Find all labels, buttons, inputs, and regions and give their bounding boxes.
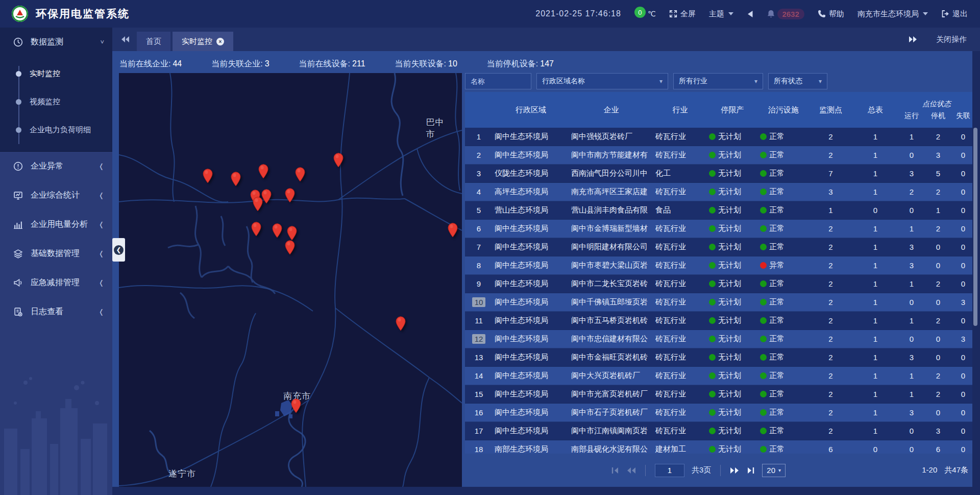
cell-region: 阆中生态环境局 <box>493 220 569 238</box>
next-page-button[interactable] <box>730 467 740 474</box>
double-chevron-left-icon <box>120 36 130 43</box>
current-page-input[interactable]: 1 <box>655 464 684 477</box>
region-filter-select[interactable]: 行政区域名称 ▾ <box>536 73 668 89</box>
close-operations-button[interactable]: 关闭操作 <box>936 35 967 44</box>
cell-company: 南部县砚化水泥有限公 <box>569 440 653 454</box>
chevron-down-icon <box>923 12 928 15</box>
stat-value: 211 <box>352 59 365 68</box>
table-row-10[interactable]: 10阆中生态环境局阆中千佛镇五郎垭页岩砖瓦行业无计划正常21003 <box>465 293 972 312</box>
cell-region: 阆中生态环境局 <box>493 293 569 311</box>
table-row-16[interactable]: 16阆中生态环境局阆中市石子页岩机砖厂砖瓦行业无计划正常21300 <box>465 404 972 422</box>
next-page-icon <box>730 467 740 474</box>
map-pin-1[interactable] <box>230 171 242 186</box>
cell-total-meter: 1 <box>852 220 898 238</box>
name-filter-input[interactable] <box>465 73 531 89</box>
table-row-3[interactable]: 3仪陇生态环境局西南油气田分公司川中化工无计划正常71350 <box>465 164 972 183</box>
close-icon[interactable]: × <box>216 38 224 45</box>
map-pin-15[interactable] <box>290 398 302 413</box>
table-row-9[interactable]: 9阆中生态环境局阆中市二龙长宝页岩砖砖瓦行业无计划正常21120 <box>465 275 972 293</box>
map-pin-0[interactable] <box>202 168 214 183</box>
table-row-11[interactable]: 11阆中生态环境局阆中市五马桥页岩机砖砖瓦行业无计划正常21120 <box>465 312 972 330</box>
monitoring-map[interactable]: 巴中市南充市遂宁市 <box>119 73 462 487</box>
first-page-icon <box>611 467 619 474</box>
fullscreen-button[interactable]: 全屏 <box>669 9 696 19</box>
sidebar-item-5[interactable]: 应急减排管理❬ <box>0 268 112 297</box>
cell-production-status: 无计划 <box>707 367 758 385</box>
cell-production-status: 无计划 <box>707 183 758 201</box>
column-header-company: 企业 <box>569 92 653 128</box>
org-dropdown[interactable]: 南充市生态环境局 <box>857 9 928 19</box>
tab-1[interactable]: 实时监控× <box>173 32 233 51</box>
sidebar-item-3[interactable]: 企业用电量分析❬ <box>0 210 112 239</box>
table-row-18[interactable]: 18南部生态环境局南部县砚化水泥有限公建材加工无计划正常60060 <box>465 440 972 454</box>
cell-region: 阆中生态环境局 <box>493 422 569 440</box>
sidebar-item-4[interactable]: 基础数据管理❬ <box>0 239 112 268</box>
cell-region: 阆中生态环境局 <box>493 312 569 329</box>
tab-0[interactable]: 首页 <box>137 32 170 51</box>
sidebar-item-1[interactable]: 企业异常❬ <box>0 152 112 181</box>
table-row-5[interactable]: 5营山生态环境局营山县润丰肉食品有限食品无计划正常10010 <box>465 201 972 220</box>
table-row-7[interactable]: 7阆中生态环境局阆中明阳建材有限公司砖瓦行业无计划正常21300 <box>465 238 972 256</box>
first-page-button[interactable] <box>611 467 619 474</box>
map-pin-13[interactable] <box>447 222 459 238</box>
cell-production-status: 无计划 <box>707 404 758 421</box>
sidebar-item-0[interactable]: 数据监测˅ <box>0 28 112 57</box>
scrollbar-thumb[interactable] <box>973 128 977 326</box>
map-pin-7[interactable] <box>284 187 296 203</box>
sidebar-item-6[interactable]: 日志查看❬ <box>0 297 112 326</box>
submenu-item-0[interactable]: 实时监控 <box>0 60 112 88</box>
logout-button[interactable]: 退出 <box>941 9 968 19</box>
cell-monitor-count: 2 <box>809 422 852 440</box>
table-row-2[interactable]: 2阆中生态环境局阆中市南方节能建材有砖瓦行业无计划正常21030 <box>465 146 972 164</box>
last-page-button[interactable] <box>747 467 755 474</box>
industry-filter-select[interactable]: 所有行业 ▾ <box>673 73 763 89</box>
content-area: 当前在线企业:44当前失联企业:3当前在线设备:211当前失联设备:10当前停机… <box>112 51 972 487</box>
column-header-monitor: 监测点 <box>809 92 852 128</box>
sidebar: 数据监测˅实时监控视频监控企业电力负荷明细企业异常❬企业综合统计❬企业用电量分析… <box>0 28 112 495</box>
table-row-12[interactable]: 12阆中生态环境局阆中市忠信建材有限公砖瓦行业无计划正常21003 <box>465 330 972 348</box>
table-row-17[interactable]: 17阆中生态环境局阆中市江南镇阆南页岩砖瓦行业无计划正常21030 <box>465 422 972 440</box>
table-row-15[interactable]: 15阆中生态环境局阆中市光富页岩机砖厂砖瓦行业无计划正常21120 <box>465 385 972 404</box>
status-dot-green <box>760 446 767 453</box>
mute-speaker-button[interactable] <box>747 10 753 18</box>
page-size-select[interactable]: 20 ▾ <box>762 464 786 477</box>
table-row-1[interactable]: 1阆中生态环境局阆中强锐页岩砖厂砖瓦行业无计划正常21120 <box>465 128 972 146</box>
cell-lost-count: 0 <box>951 385 972 403</box>
map-pin-4[interactable] <box>332 152 345 168</box>
page-title: 环保用电监管系统 <box>36 7 130 21</box>
map-pin-14[interactable] <box>395 316 407 331</box>
cell-monitor-count: 7 <box>809 164 852 182</box>
theme-dropdown[interactable]: 主题 <box>709 9 733 19</box>
status-filter-select[interactable]: 所有状态 ▾ <box>768 73 827 89</box>
map-pin-11[interactable] <box>286 225 298 241</box>
emblem-icon <box>11 5 29 22</box>
help-button[interactable]: 帮助 <box>818 9 844 19</box>
tabs-scroll-right-button[interactable] <box>909 36 918 43</box>
cell-stop-count: 1 <box>925 201 951 219</box>
table-row-8[interactable]: 8阆中生态环境局阆中市枣碧大梁山页岩砖瓦行业无计划异常21300 <box>465 256 972 275</box>
sidebar-collapse-handle[interactable]: ❮ <box>112 238 125 262</box>
tabs-scroll-left-button[interactable] <box>120 36 130 43</box>
status-dot-green <box>760 207 767 214</box>
map-pin-2[interactable] <box>257 163 270 179</box>
sidebar-item-label: 企业综合统计 <box>31 190 80 201</box>
map-pin-8[interactable] <box>252 196 264 211</box>
row-index: 2 <box>465 146 493 164</box>
notifications-button[interactable]: 2632 <box>767 9 804 19</box>
cell-production-status: 无计划 <box>707 385 758 403</box>
cell-monitor-count: 6 <box>809 440 852 454</box>
table-row-14[interactable]: 14阆中生态环境局阆中大兴页岩机砖厂砖瓦行业无计划正常21120 <box>465 367 972 385</box>
map-pin-9[interactable] <box>250 221 262 237</box>
cell-company: 阆中市枣碧大梁山页岩 <box>569 256 653 274</box>
submenu-item-1[interactable]: 视频监控 <box>0 88 112 116</box>
table-row-6[interactable]: 6阆中生态环境局阆中市金博瑞新型墙材砖瓦行业无计划正常21120 <box>465 220 972 238</box>
table-row-13[interactable]: 13阆中生态环境局阆中市金福旺页岩机砖砖瓦行业无计划正常21300 <box>465 348 972 367</box>
map-pin-3[interactable] <box>294 167 306 182</box>
map-pin-12[interactable] <box>284 240 296 255</box>
sidebar-item-2[interactable]: 企业综合统计❬ <box>0 181 112 210</box>
submenu-item-2[interactable]: 企业电力负荷明细 <box>0 116 112 144</box>
table-row-4[interactable]: 4高坪生态环境局南充市高坪区王家店建砖瓦行业无计划正常31220 <box>465 183 972 201</box>
map-pin-10[interactable] <box>271 223 283 238</box>
prev-page-button[interactable] <box>626 467 636 474</box>
row-index: 7 <box>465 238 493 256</box>
